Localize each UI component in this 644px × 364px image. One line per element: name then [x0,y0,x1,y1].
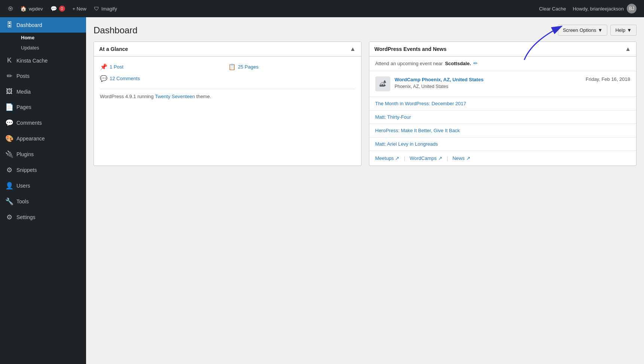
external-link-icon-wordcamps: ↗ [438,155,442,161]
events-news-toggle[interactable]: ▲ [625,46,631,52]
at-a-glance-title: At a Glance [99,46,128,52]
events-news-title: WordPress Events and News [375,46,447,52]
page-title: Dashboard [94,25,137,36]
edit-location-icon[interactable]: ✏ [473,60,478,66]
glance-separator [100,89,355,89]
top-bar: Dashboard Screen Options ▼ Help ▼ [94,25,637,36]
sidebar-sub-home-updates: Home Updates [0,33,86,53]
comments-sidebar-icon: 💬 [5,119,13,127]
clear-cache-button[interactable]: Clear Cache [535,0,570,17]
screen-options-button[interactable]: Screen Options ▼ [558,25,607,36]
comments-link[interactable]: 💬 0 [47,0,69,17]
glance-stat-pages[interactable]: 📋 25 Pages [228,62,355,72]
tools-icon: 🔧 [5,197,13,206]
imagify-link[interactable]: 🛡 Imagify [90,0,121,17]
event-item: 🏕 WordCamp Phoenix, AZ, United States Ph… [369,71,637,97]
event-location: Phoenix, AZ, United States [395,84,582,89]
news-link[interactable]: News ↗ [452,155,470,161]
pages-stat-icon: 📋 [228,63,236,70]
wordcamps-link[interactable]: WordCamps ↗ [410,155,442,161]
news-list: The Month in WordPress: December 2017 Ma… [369,97,637,151]
at-a-glance-toggle[interactable]: ▲ [350,46,356,52]
sidebar-item-snippets[interactable]: ⚙ Snippets [0,162,86,178]
meetups-link[interactable]: Meetups ↗ [375,155,400,161]
external-link-icon-meetups: ↗ [395,155,399,161]
posts-stat-icon: 📌 [100,63,107,70]
news-link-4[interactable]: Matt: Ariel Levy in Longreads [375,141,438,147]
event-info: WordCamp Phoenix, AZ, United States Phoe… [395,76,582,89]
sidebar-item-appearance[interactable]: 🎨 Appearance [0,131,86,146]
sidebar-item-dashboard[interactable]: 🎛 Dashboard [0,17,86,33]
at-a-glance-body: 📌 1 Post 📋 25 Pages 💬 12 Comments WordPr… [94,57,361,106]
news-item: The Month in WordPress: December 2017 [369,97,637,110]
site-link[interactable]: 🏠 wpdev [16,0,47,17]
pages-icon: 📄 [5,103,13,111]
sidebar-item-media[interactable]: 🖼 Media [0,84,86,99]
appearance-icon: 🎨 [5,134,13,143]
sidebar-item-users[interactable]: 👤 Users [0,178,86,194]
plugins-icon: 🔌 [5,150,13,158]
top-bar-right: Screen Options ▼ Help ▼ [558,25,637,36]
help-button[interactable]: Help ▼ [610,25,637,36]
howdy-user[interactable]: Howdy, brianleejackson BJ [570,4,640,13]
dashboard-icon: 🎛 [5,21,13,29]
settings-icon: ⚙ [5,213,13,221]
wordcamp-logo: 🏕 [375,76,390,91]
event-date: Friday, Feb 16, 2018 [586,76,630,82]
at-a-glance-header: At a Glance ▲ [94,42,361,57]
events-news-panel: WordPress Events and News ▲ Attend an up… [369,42,637,166]
media-icon: 🖼 [5,88,13,95]
sidebar-item-comments[interactable]: 💬 Comments [0,115,86,131]
chevron-down-icon: ▼ [598,27,603,33]
sidebar-item-kinsta-cache[interactable]: K Kinsta Cache [0,53,86,68]
news-item: HeroPress: Make It Better, Give It Back [369,124,637,137]
users-icon: 👤 [5,182,13,190]
events-location: Attend an upcoming event near Scottsdale… [369,57,637,71]
external-link-icon-news: ↗ [466,155,470,161]
glance-stat-posts[interactable]: 📌 1 Post [100,62,227,72]
location-city: Scottsdale. [445,61,471,66]
glance-wp-info: WordPress 4.9.1 running Twenty Seventeen… [100,93,355,100]
kinsta-icon: K [5,57,13,64]
snippets-icon: ⚙ [5,166,13,174]
sidebar-sub-item-updates[interactable]: Updates [17,43,86,53]
theme-link[interactable]: Twenty Seventeen [155,94,195,99]
news-item: Matt: Ariel Levy in Longreads [369,137,637,151]
sidebar-item-posts[interactable]: ✏ Posts [0,68,86,84]
avatar: BJ [627,4,637,13]
events-news-header: WordPress Events and News ▲ [369,42,637,57]
news-footer: Meetups ↗ | WordCamps ↗ | News ↗ [369,151,637,166]
news-link-3[interactable]: HeroPress: Make It Better, Give It Back [375,128,460,133]
wordpress-logo[interactable]: W [4,3,16,15]
sidebar: 🎛 Dashboard Home Updates K Kinsta Cache … [0,17,86,364]
at-a-glance-panel: At a Glance ▲ 📌 1 Post 📋 25 Pages 💬 12 [94,42,361,166]
svg-text:W: W [9,7,12,10]
sidebar-item-plugins[interactable]: 🔌 Plugins [0,146,86,162]
sidebar-item-pages[interactable]: 📄 Pages [0,99,86,115]
main-content: Dashboard Screen Options ▼ Help ▼ At a G… [86,17,644,364]
sidebar-item-settings[interactable]: ⚙ Settings [0,209,86,225]
admin-bar: W 🏠 wpdev 💬 0 + New 🛡 Imagify Clear Cach… [0,0,644,17]
sidebar-item-tools[interactable]: 🔧 Tools [0,194,86,209]
posts-icon: ✏ [5,72,13,80]
glance-stat-comments[interactable]: 💬 12 Comments [100,73,227,84]
new-content-button[interactable]: + New [69,0,90,17]
chevron-down-icon-help: ▼ [627,27,632,33]
news-link-1[interactable]: The Month in WordPress: December 2017 [375,101,466,106]
news-link-2[interactable]: Matt: Thirty-Four [375,114,411,120]
panels-grid: At a Glance ▲ 📌 1 Post 📋 25 Pages 💬 12 [94,42,637,166]
sidebar-sub-item-home[interactable]: Home [17,33,86,43]
glance-stats: 📌 1 Post 📋 25 Pages 💬 12 Comments [100,62,355,84]
event-name[interactable]: WordCamp Phoenix, AZ, United States [395,76,582,83]
comments-stat-icon: 💬 [100,75,107,82]
news-item: Matt: Thirty-Four [369,110,637,124]
